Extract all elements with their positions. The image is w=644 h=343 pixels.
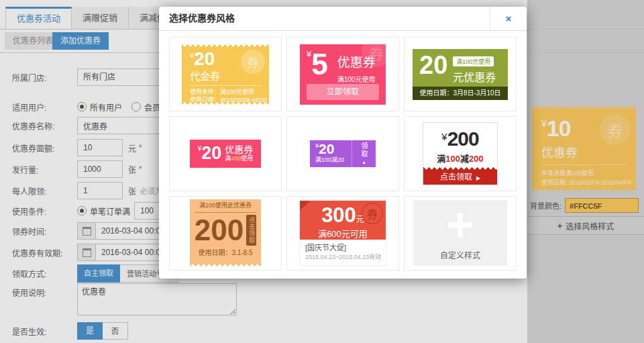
coupon-style-purple[interactable]: ¥20 满100减20 领取 ▲ <box>286 116 399 191</box>
pink-condition: 满100元使用 <box>337 74 376 84</box>
gold-condition: 使用条件：满100元使用 <box>190 88 262 96</box>
card-amount: ¥200 <box>423 128 497 150</box>
claim-now-button[interactable]: 立即领取 <box>307 84 379 100</box>
plus-icon: + <box>413 200 507 250</box>
modal-header: 选择优惠券风格 × <box>159 7 527 31</box>
corner-ribbon-icon <box>300 201 312 211</box>
pink-small-condition: 满488使用 <box>225 155 253 162</box>
coupon-style-red[interactable]: 券 300元 满600元可用 [国庆节大促] 2015.04.23~2015.0… <box>286 196 399 271</box>
pink-coupon: 券 ¥5 优惠券 满100元使用 立即领取 <box>300 44 386 105</box>
coupon-style-orange[interactable]: 满100使用此优惠券 200 点击领取 使用日期：3.1-8.5 <box>169 196 282 271</box>
purple-condition: 满100减20 <box>315 156 352 163</box>
pink-small-name: 优惠券 <box>225 144 253 155</box>
gold-date: 使用日期：2015/05/06-08/30 <box>190 96 262 102</box>
orange-condition-header: 满100使用此优惠券 <box>195 199 256 213</box>
custom-style-box: + 自定义样式 <box>413 200 507 266</box>
triangle-right-icon: ▶ <box>476 175 480 181</box>
red-promo-tag: [国庆节大促] <box>305 242 380 252</box>
coupon-style-modal: 选择优惠券风格 × 券 ¥20 代金券 使用条件：满100元使用 使用日期：20… <box>159 7 527 279</box>
triangle-up-icon: ▲ <box>362 160 366 164</box>
custom-style-label: 自定义样式 <box>413 249 507 260</box>
red-coupon: 券 300元 满600元可用 [国庆节大促] 2015.04.23~2015.0… <box>300 201 386 265</box>
coupon-style-pink-small[interactable]: ¥20 优惠券 满488使用 <box>169 116 282 191</box>
screen: 优惠券活动 满赠促销 满减促销 优惠券列表 添加优惠券 所属门店: 所有门店 适… <box>0 0 644 343</box>
purple-amount: ¥20 <box>315 142 352 156</box>
green-coupon: 20 满100元使用 元优惠券 使用日期：3月8日-3月10日 <box>413 49 508 100</box>
coupon-style-grid: 券 ¥20 代金券 使用条件：满100元使用 使用日期：2015/05/06-0… <box>169 37 517 271</box>
coupon-style-custom[interactable]: + 自定义样式 <box>404 196 517 271</box>
gold-coupon: 券 ¥20 代金券 使用条件：满100元使用 使用日期：2015/05/06-0… <box>182 44 269 105</box>
purple-claim-label: 领取 <box>359 142 369 158</box>
orange-claim-badge: 点击领取 <box>246 215 256 246</box>
coupon-style-green[interactable]: 20 满100元使用 元优惠券 使用日期：3月8日-3月10日 <box>404 37 517 111</box>
purple-coupon: ¥20 满100减20 领取 ▲ <box>310 140 376 167</box>
coupon-style-gold[interactable]: 券 ¥20 代金券 使用条件：满100元使用 使用日期：2015/05/06-0… <box>169 37 282 111</box>
orange-coupon: 满100使用此优惠券 200 点击领取 使用日期：3.1-8.5 <box>190 199 261 266</box>
green-name: 元优惠券 <box>453 68 496 85</box>
coupon-watermark-icon: 券 <box>241 50 265 74</box>
card-condition: 满100减200 <box>423 152 497 164</box>
red-condition: 满600元可用 <box>300 227 386 240</box>
scalloped-edge-bottom <box>300 261 386 264</box>
orange-date-footer: 使用日期：3.1-8.5 <box>195 247 256 257</box>
pink-amount: ¥5 <box>307 48 328 84</box>
modal-close-button[interactable]: × <box>490 7 527 30</box>
click-claim-bar[interactable]: 点击领取▶ <box>423 167 497 185</box>
green-date-footer: 使用日期：3月8日-3月10日 <box>413 87 508 100</box>
pink-small-amount: ¥20 <box>198 143 222 164</box>
serrated-edge-bottom <box>182 102 269 105</box>
close-icon: × <box>506 13 512 24</box>
coupon-style-pink[interactable]: 券 ¥5 优惠券 满100元使用 立即领取 <box>286 37 399 111</box>
green-amount: 20 <box>419 50 447 87</box>
pink-small-coupon: ¥20 优惠券 满488使用 <box>190 140 261 168</box>
modal-title: 选择优惠券风格 <box>169 7 235 30</box>
coupon-style-card[interactable]: ¥200 满100减200 点击领取▶ <box>404 116 517 191</box>
serrated-edge-bottom <box>190 264 261 266</box>
green-condition-badge: 满100元使用 <box>453 56 494 66</box>
red-validity: 2015.04.23~2015.04.23有效 <box>305 252 380 261</box>
orange-amount: 200 <box>195 214 244 246</box>
click-claim-label: 点击领取 <box>440 173 472 182</box>
card-coupon: ¥200 满100减200 点击领取▶ <box>423 122 498 185</box>
